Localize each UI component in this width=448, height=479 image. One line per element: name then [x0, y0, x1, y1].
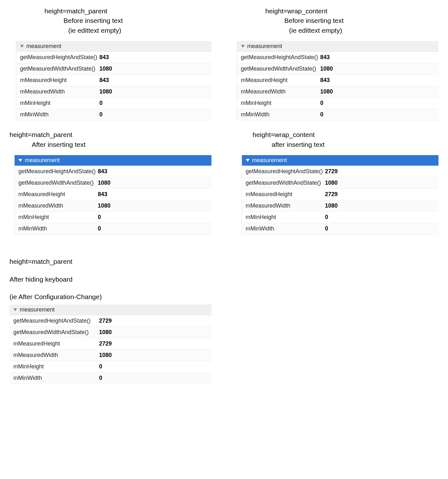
row-val: 843: [98, 168, 107, 175]
panel-title: height=match_parent: [10, 130, 211, 140]
row-key: mMinWidth: [241, 111, 320, 118]
row-val: 1080: [99, 352, 112, 359]
row-val: 2729: [99, 340, 112, 347]
table-row[interactable]: mMeasuredHeight843: [237, 75, 439, 86]
table-header[interactable]: measurement: [10, 305, 211, 315]
row-key: getMeasuredHeightAndState(): [20, 54, 99, 61]
panel-title: height=wrap_content: [237, 130, 439, 140]
row-key: getMeasuredWidthAndState(): [241, 65, 320, 72]
row-key: getMeasuredWidthAndState(): [20, 65, 99, 72]
chevron-down-icon: [20, 45, 24, 48]
row-val: 843: [99, 77, 109, 84]
header-label: measurement: [25, 157, 60, 164]
row-key: mMeasuredWidth: [18, 202, 98, 209]
panel-subtitle: After hiding keyboard: [10, 275, 211, 284]
row-val: 843: [98, 191, 107, 198]
table-row[interactable]: mMeasuredWidth1080: [242, 200, 439, 212]
table-row[interactable]: mMinHeight0: [237, 98, 439, 109]
row-val: 1080: [325, 180, 338, 186]
row-key: mMinHeight: [241, 100, 320, 106]
panel-title: height=wrap_content: [237, 6, 439, 16]
table-row[interactable]: getMeasuredWidthAndState()1080: [242, 177, 439, 189]
row-val: 1080: [320, 65, 333, 72]
panel-note: (ie edittext empty): [16, 26, 211, 35]
table-row[interactable]: mMeasuredWidth1080: [237, 86, 439, 98]
table-row[interactable]: mMinWidth0: [237, 109, 439, 120]
table-row[interactable]: mMinWidth0: [242, 223, 439, 235]
table-header[interactable]: measurement: [15, 155, 211, 166]
row-key: mMinHeight: [18, 214, 98, 221]
panel-note: (ie After Configuration-Change): [10, 292, 211, 302]
chevron-down-icon: [241, 45, 245, 48]
row-val: 2729: [325, 191, 338, 198]
row-val: 2729: [99, 318, 112, 324]
table-row[interactable]: mMinHeight0: [10, 361, 211, 373]
table-row[interactable]: mMinHeight0: [16, 98, 211, 109]
panel-wrap-content-after: height=wrap_content after inserting text…: [237, 130, 439, 235]
measurement-table: measurement getMeasuredHeightAndState()2…: [10, 305, 211, 384]
table-row[interactable]: mMinWidth0: [16, 109, 211, 120]
row-val: 2729: [325, 168, 338, 175]
header-label: measurement: [247, 43, 282, 50]
table-row[interactable]: mMinHeight0: [242, 212, 439, 223]
row-key: mMinWidth: [13, 375, 99, 381]
table-row[interactable]: getMeasuredHeightAndState()2729: [242, 166, 439, 177]
panel-subtitle: Before inserting text: [16, 16, 211, 25]
table-row[interactable]: getMeasuredHeightAndState()2729: [10, 315, 211, 327]
measurement-table: measurement getMeasuredHeightAndState()8…: [14, 155, 211, 235]
row-val: 0: [325, 225, 328, 232]
row-val: 1080: [320, 88, 333, 95]
table-header[interactable]: measurement: [237, 41, 439, 52]
table-row[interactable]: mMeasuredHeight843: [16, 75, 211, 86]
panel-match-parent-after: height=match_parent After inserting text…: [10, 130, 211, 235]
table-row[interactable]: mMeasuredWidth1080: [16, 86, 211, 98]
table-row[interactable]: mMeasuredWidth1080: [10, 350, 211, 361]
row-val: 0: [99, 100, 103, 106]
chevron-down-icon: [18, 159, 22, 162]
panel-note: (ie edittext empty): [237, 26, 439, 35]
panel-wrap-content-before: height=wrap_content Before inserting tex…: [237, 6, 439, 120]
row-val: 0: [98, 214, 101, 221]
table-row[interactable]: getMeasuredHeightAndState()843: [15, 166, 211, 177]
row-val: 843: [99, 54, 109, 61]
table-header[interactable]: measurement: [16, 41, 211, 52]
row-key: mMeasuredHeight: [18, 191, 98, 198]
row-val: 0: [320, 111, 324, 118]
measurement-table: measurement getMeasuredHeightAndState()2…: [242, 155, 439, 235]
row-key: getMeasuredHeightAndState(): [241, 54, 320, 61]
row-key: getMeasuredWidthAndState(): [246, 180, 325, 186]
row-key: mMeasuredWidth: [241, 88, 320, 95]
row-key: mMinHeight: [246, 214, 325, 221]
table-row[interactable]: mMinHeight0: [15, 212, 211, 223]
row-key: mMeasuredHeight: [20, 77, 99, 84]
table-row[interactable]: getMeasuredHeightAndState()843: [237, 52, 439, 63]
row-val: 0: [99, 111, 103, 118]
table-row[interactable]: getMeasuredWidthAndState()1080: [237, 63, 439, 75]
panel-subtitle: after inserting text: [237, 140, 439, 149]
row-val: 1080: [98, 202, 110, 209]
table-row[interactable]: getMeasuredWidthAndState()1080: [15, 177, 211, 189]
panel-subtitle: After inserting text: [10, 140, 211, 149]
header-label: measurement: [252, 157, 287, 164]
row-key: mMeasuredWidth: [13, 352, 99, 359]
table-row[interactable]: mMinWidth0: [10, 373, 211, 384]
row-val: 0: [320, 100, 324, 106]
row-val: 0: [98, 225, 101, 232]
table-row[interactable]: mMeasuredHeight2729: [242, 189, 439, 200]
panel-title: height=match_parent: [16, 6, 211, 16]
table-header[interactable]: measurement: [242, 155, 439, 166]
table-row[interactable]: getMeasuredWidthAndState()1080: [10, 327, 211, 338]
header-label: measurement: [20, 306, 55, 313]
table-row[interactable]: mMeasuredHeight2729: [10, 338, 211, 350]
panel-match-parent-hidden-keyboard: height=match_parent After hiding keyboar…: [10, 257, 211, 384]
row-val: 1080: [99, 65, 112, 72]
row-key: mMeasuredWidth: [246, 202, 325, 209]
table-row[interactable]: mMeasuredWidth1080: [15, 200, 211, 212]
row-key: mMinHeight: [20, 100, 99, 106]
row-val: 0: [99, 363, 102, 370]
row-key: mMeasuredHeight: [13, 340, 99, 347]
table-row[interactable]: getMeasuredWidthAndState()1080: [16, 63, 211, 75]
table-row[interactable]: mMinWidth0: [15, 223, 211, 235]
table-row[interactable]: mMeasuredHeight843: [15, 189, 211, 200]
table-row[interactable]: getMeasuredHeightAndState()843: [16, 52, 211, 63]
